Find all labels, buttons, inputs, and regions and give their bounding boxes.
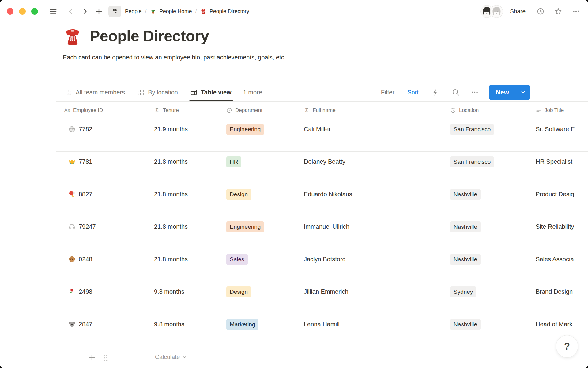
job-title-cell[interactable]: Sales Associa [530, 249, 588, 282]
column-header[interactable]: Job Title [530, 102, 588, 119]
full-name-cell[interactable]: Jillian Emmerich [298, 282, 444, 314]
employee-id-cell[interactable]: 2847 [56, 314, 148, 347]
column-header[interactable]: Σ Tenure [148, 102, 221, 119]
drag-handle-icon[interactable] [102, 354, 109, 362]
table-row[interactable]: 2847 9.8 months Marketing Lenna Hamill N… [56, 314, 588, 347]
full-name-cell[interactable]: Cali Miller [298, 119, 444, 151]
column-header[interactable]: Location [444, 102, 530, 119]
back-icon[interactable] [67, 7, 75, 15]
employee-id-link[interactable]: 7781 [79, 157, 92, 167]
employee-id-link[interactable]: 8827 [79, 190, 92, 199]
view-options-icon[interactable] [471, 88, 479, 96]
more-options-icon[interactable] [572, 7, 580, 15]
sidebar-menu-icon[interactable] [48, 7, 58, 15]
page-phone-emoji-icon[interactable] [63, 26, 82, 46]
tenure-cell[interactable]: 9.8 months [148, 282, 221, 314]
minimize-window-button[interactable] [19, 8, 26, 15]
employee-id-cell[interactable]: 8827 [56, 184, 148, 217]
location-tag: San Francisco [450, 156, 494, 167]
department-cell[interactable]: Design [221, 184, 298, 217]
zoom-window-button[interactable] [31, 8, 38, 15]
full-name-cell[interactable]: Lenna Hamill [298, 314, 444, 347]
full-name-cell[interactable]: Eduardo Nikolaus [298, 184, 444, 217]
employee-id-cell[interactable]: 0248 [56, 249, 148, 282]
job-title-cell[interactable]: Site Reliability [530, 217, 588, 249]
location-cell[interactable]: San Francisco [444, 152, 530, 184]
page-title[interactable]: People Directory [90, 27, 209, 45]
employee-id-link[interactable]: 2498 [79, 287, 92, 297]
history-clock-icon[interactable] [537, 7, 545, 15]
new-button[interactable]: New [489, 85, 530, 100]
department-cell[interactable]: Sales [221, 249, 298, 282]
employee-id-link[interactable]: 79247 [79, 222, 96, 232]
employee-id-link[interactable]: 0248 [79, 255, 92, 264]
page-description[interactable]: Each card can be opened to view an emplo… [63, 54, 588, 63]
employee-id-cell[interactable]: 2498 [56, 282, 148, 314]
new-dropdown-button[interactable] [516, 85, 530, 100]
location-cell[interactable]: Nashville [444, 249, 530, 282]
share-button[interactable]: Share [510, 8, 526, 15]
job-title-cell[interactable]: HR Specialist [530, 152, 588, 184]
tenure-cell[interactable]: 21.8 months [148, 152, 221, 184]
favorite-star-icon[interactable] [554, 7, 562, 15]
tenure-cell[interactable]: 9.8 months [148, 314, 221, 347]
workspace-tile[interactable] [108, 6, 121, 17]
tab-all-team-members[interactable]: All team members [65, 83, 125, 101]
location-cell[interactable]: San Francisco [444, 119, 530, 151]
close-window-button[interactable] [7, 8, 13, 15]
location-cell[interactable]: Nashville [444, 217, 530, 249]
table-row[interactable]: 7782 21.9 months Engineering Cali Miller… [56, 119, 588, 152]
calculate-button[interactable]: Calculate [155, 354, 187, 361]
automation-bolt-icon[interactable] [432, 88, 439, 96]
app-window: People / People Home / People Directory … [0, 0, 588, 368]
table-row[interactable]: 2498 9.8 months Design Jillian Emmerich … [56, 282, 588, 314]
department-cell[interactable]: Engineering [221, 119, 298, 151]
job-title-cell[interactable]: Brand Design [530, 282, 588, 314]
filter-button[interactable]: Filter [381, 89, 394, 96]
job-title-cell[interactable]: Product Desig [530, 184, 588, 217]
column-type-icon [536, 107, 541, 113]
department-cell[interactable]: HR [221, 152, 298, 184]
employee-id-cell[interactable]: 7782 [56, 119, 148, 151]
tenure-cell[interactable]: 21.9 months [148, 119, 221, 151]
tenure-cell[interactable]: 21.8 months [148, 249, 221, 282]
help-button[interactable]: ? [556, 335, 578, 358]
breadcrumb-people-directory[interactable]: People Directory [200, 8, 249, 15]
column-header[interactable]: Aa Employee ID [56, 102, 148, 119]
forward-icon[interactable] [81, 7, 89, 15]
location-cell[interactable]: Sydney [444, 282, 530, 314]
add-row-plus-icon[interactable] [88, 354, 96, 362]
location-cell[interactable]: Nashville [444, 314, 530, 347]
tab-table-view[interactable]: Table view [190, 83, 232, 101]
tenure-cell[interactable]: 21.8 months [148, 217, 221, 249]
department-cell[interactable]: Engineering [221, 217, 298, 249]
table-row[interactable]: 7781 21.8 months HR Delaney Beatty San F… [56, 152, 588, 184]
employee-id-cell[interactable]: 79247 [56, 217, 148, 249]
full-name-cell[interactable]: Jaclyn Botsford [298, 249, 444, 282]
full-name-cell[interactable]: Delaney Beatty [298, 152, 444, 184]
location-cell[interactable]: Nashville [444, 184, 530, 217]
job-title-cell[interactable]: Sr. Software E [530, 119, 588, 151]
full-name-cell[interactable]: Immanuel Ullrich [298, 217, 444, 249]
more-views-button[interactable]: 1 more... [243, 89, 267, 96]
employee-id-link[interactable]: 7782 [79, 125, 92, 134]
breadcrumb-people[interactable]: People [125, 8, 142, 15]
table-row[interactable]: 8827 21.8 months Design Eduardo Nikolaus… [56, 184, 588, 217]
department-cell[interactable]: Design [221, 282, 298, 314]
column-header[interactable]: Σ Full name [298, 102, 444, 119]
employee-id-link[interactable]: 2847 [79, 320, 92, 329]
tab-by-location[interactable]: By location [137, 83, 178, 101]
workspace-icon [111, 8, 119, 15]
table-row[interactable]: 0248 21.8 months Sales Jaclyn Botsford N… [56, 249, 588, 282]
column-header[interactable]: Department [221, 102, 298, 119]
sort-button[interactable]: Sort [407, 89, 419, 96]
tenure-cell[interactable]: 21.8 months [148, 184, 221, 217]
department-cell[interactable]: Marketing [221, 314, 298, 347]
breadcrumb-people-home[interactable]: People Home [150, 8, 192, 15]
column-type-icon: Aa [64, 107, 70, 113]
search-icon[interactable] [452, 88, 460, 96]
employee-id-cell[interactable]: 7781 [56, 152, 148, 184]
new-page-icon[interactable] [95, 7, 103, 15]
table-row[interactable]: 79247 21.8 months Engineering Immanuel U… [56, 217, 588, 249]
collaborator-avatars[interactable] [480, 5, 503, 18]
